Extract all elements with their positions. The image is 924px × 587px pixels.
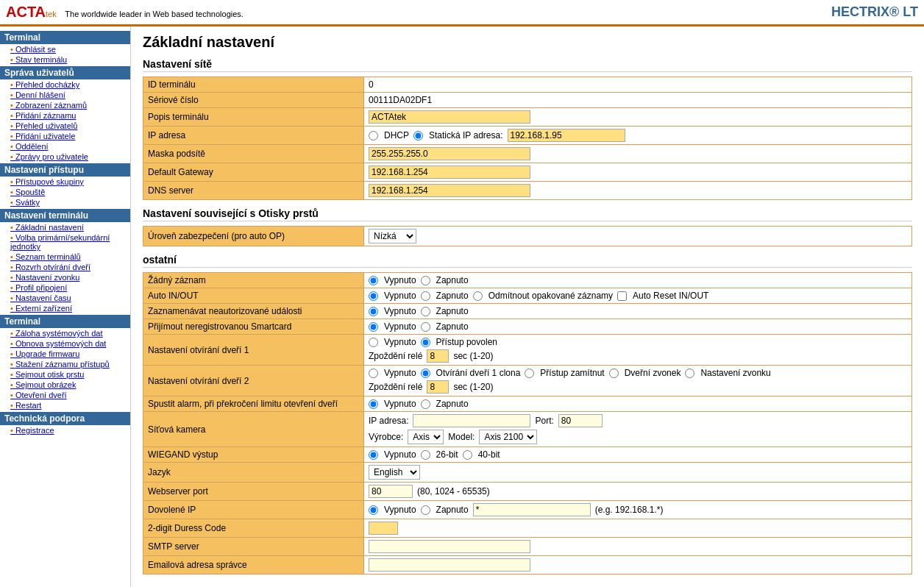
radio-smartcard-vypnuto[interactable] [369, 322, 378, 332]
label-alarm: Spustit alarm, při překročení limitu ote… [143, 396, 364, 412]
sidebar-item-otevreni[interactable]: Otevření dveří [0, 390, 130, 400]
row-id-terminalu: ID terminálu 0 [143, 77, 912, 93]
row-ip-adresa: IP adresa DHCP Statická IP adresa: [143, 127, 912, 145]
label-dvere1: Nastavení otvírání dveří 1 [143, 335, 364, 366]
sidebar-item-registrace[interactable]: Registrace [0, 425, 130, 435]
label-dvere1-vypnuto: Vypnuto [384, 337, 416, 347]
input-duress[interactable] [369, 522, 398, 535]
input-popis[interactable] [369, 110, 530, 124]
sidebar-item-denni-hlaseni[interactable]: Denní hlášení [0, 90, 130, 100]
checkbox-auto-reset[interactable] [617, 291, 627, 301]
sidebar-item-zakladni[interactable]: Základní nastavení [0, 222, 130, 232]
value-seriove-cislo: 00111DA02DF1 [364, 93, 912, 108]
row-dns: DNS server [143, 182, 912, 200]
sidebar-item-pridani-zaznamu[interactable]: Přidání záznamu [0, 110, 130, 121]
radio-dvere2-zamitnut[interactable] [525, 369, 534, 378]
radio-dvere2-clona[interactable] [421, 369, 430, 378]
sidebar-item-pristupove-skupiny[interactable]: Přístupové skupiny [0, 177, 130, 187]
value-dns [364, 182, 912, 200]
sidebar-item-cas[interactable]: Nastavení času [0, 293, 130, 303]
label-wiegand-40bit: 40-bit [478, 449, 500, 460]
radio-wiegand-40bit[interactable] [463, 450, 472, 460]
sidebar-item-upgrade[interactable]: Upgrade firmwaru [0, 349, 130, 359]
sidebar-section-terminal2: Terminal [0, 315, 130, 328]
radio-dovolene-zapnuto[interactable] [421, 505, 430, 515]
input-kamera-ip[interactable] [413, 414, 530, 427]
radio-auto-zapnuto[interactable] [421, 291, 430, 301]
radio-static[interactable] [413, 131, 423, 140]
sidebar-item-zobrazeni[interactable]: Zobrazení záznamů [0, 100, 130, 110]
sidebar-item-volba[interactable]: Volba primární/sekundární jednotky [0, 232, 130, 252]
radio-dvere2-zvonek[interactable] [609, 369, 619, 378]
input-dvere1-zpozdeni[interactable] [427, 349, 449, 363]
sidebar-item-pridani-uzivatele[interactable]: Přidání uživatele [0, 131, 130, 141]
input-dovolene-ip[interactable] [473, 503, 591, 516]
radio-auto-vypnuto[interactable] [369, 291, 378, 301]
sidebar-item-externi[interactable]: Externí zařízení [0, 303, 130, 313]
sidebar-item-zpravy[interactable]: Zprávy pro uživatele [0, 152, 130, 162]
radio-dvere1-pristup[interactable] [421, 338, 430, 347]
label-gateway: Default Gateway [143, 163, 364, 182]
input-dns[interactable] [369, 184, 530, 197]
input-smtp[interactable] [369, 540, 530, 553]
radio-alarm-vypnuto[interactable] [369, 399, 378, 409]
label-wiegand-26bit: 26-bit [436, 449, 458, 460]
sidebar-item-odhlasit[interactable]: Odhlásit se [0, 44, 130, 54]
input-webserver-port[interactable] [369, 485, 413, 498]
sidebar-item-seznam-terminalu[interactable]: Seznam terminálů [0, 252, 130, 262]
radio-smartcard-zapnuto[interactable] [421, 322, 430, 332]
label-zadny-zaznam: Žádný záznam [143, 273, 364, 288]
radio-alarm-zapnuto[interactable] [421, 399, 430, 409]
radio-wiegand-vypnuto[interactable] [369, 450, 378, 460]
sidebar-item-restart[interactable]: Restart [0, 400, 130, 410]
radio-dvere2-vypnuto[interactable] [369, 369, 378, 378]
input-kamera-port[interactable] [558, 414, 603, 427]
value-duress [364, 519, 912, 538]
select-kamera-model[interactable]: Axis 2100 [479, 430, 537, 444]
label-dns: DNS server [143, 182, 364, 200]
select-jazyk[interactable]: English Czech Slovak German [369, 465, 420, 480]
radio-dvere2-nastaveni-zvonku[interactable] [685, 369, 694, 378]
value-smartcard: Vypnuto Zapnuto [364, 319, 912, 335]
label-kamera-ip: IP adresa: [369, 416, 408, 426]
value-zadny-zaznam: Vypnuto Zapnuto [364, 273, 912, 288]
sidebar-item-rozvrh[interactable]: Rozvrh otvírání dveří [0, 262, 130, 272]
input-dvere2-zpozdeni[interactable] [427, 380, 449, 394]
sidebar-item-obrazek[interactable]: Sejmout obrázek [0, 380, 130, 390]
input-email[interactable] [369, 558, 530, 572]
input-maska[interactable] [369, 147, 530, 160]
sidebar-item-spouste[interactable]: Spouště [0, 187, 130, 197]
radio-auto-odmitnut[interactable] [473, 291, 483, 301]
sidebar-item-nastaveni-zvonku[interactable]: Nastavení zvonku [0, 272, 130, 282]
radio-zadny-zapnuto[interactable] [421, 276, 430, 285]
sidebar-item-oddeleni[interactable]: Oddělení [0, 141, 130, 152]
sidebar-item-svatky[interactable]: Svátky [0, 197, 130, 207]
sidebar-item-obnova[interactable]: Obnova systémových dat [0, 338, 130, 349]
sidebar-item-prehled-uzivatelu[interactable]: Přehled uživatelů [0, 121, 130, 131]
sidebar-item-zaloha[interactable]: Záloha systémových dat [0, 328, 130, 338]
select-kamera-vyrobce[interactable]: Axis [408, 430, 444, 444]
sidebar-item-stav[interactable]: Stav terminálu [0, 54, 130, 65]
input-static-ip[interactable] [508, 129, 625, 142]
input-gateway[interactable] [369, 166, 530, 179]
sidebar-item-stazeni[interactable]: Stažení záznamu přístupů [0, 359, 130, 369]
row-smartcard: Přijímout neregistrovanou Smartcard Vypn… [143, 319, 912, 335]
row-zadny-zaznam: Žádný záznam Vypnuto Zapnuto [143, 273, 912, 288]
radio-neaut-vypnuto[interactable] [369, 307, 378, 316]
radio-dovolene-vypnuto[interactable] [369, 505, 378, 515]
network-form-table: ID terminálu 0 Sériové číslo 00111DA02DF… [143, 77, 912, 200]
actatek-logo: ACTAtek The worldwide leader in Web base… [6, 4, 244, 21]
label-maska: Maska podsítě [143, 145, 364, 163]
sidebar-item-otisk[interactable]: Sejmout otisk prstu [0, 369, 130, 380]
sidebar-item-profil[interactable]: Profil připojení [0, 282, 130, 293]
label-dvere1-pristup: Přístup povolen [436, 337, 497, 347]
radio-dhcp[interactable] [369, 131, 378, 140]
row-gateway: Default Gateway [143, 163, 912, 182]
select-security-level[interactable]: Nízká Střední Vysoká [369, 229, 416, 243]
radio-neaut-zapnuto[interactable] [421, 307, 430, 316]
sidebar-item-prehled-dochazky[interactable]: Přehled docházky [0, 79, 130, 90]
radio-dvere1-vypnuto[interactable] [369, 338, 378, 347]
radio-zadny-vypnuto[interactable] [369, 276, 378, 285]
radio-wiegand-26bit[interactable] [421, 450, 430, 460]
header: ACTAtek The worldwide leader in Web base… [0, 0, 924, 26]
